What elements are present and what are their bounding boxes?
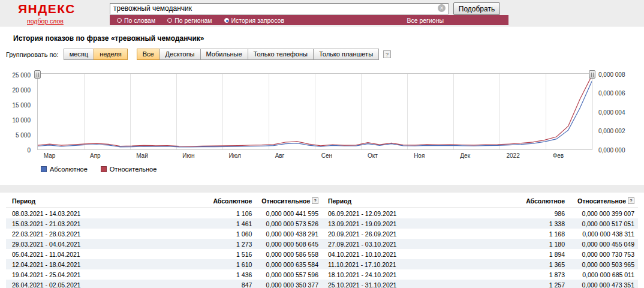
table-cell: 0,000 000 503 965 — [568, 259, 638, 269]
submit-button[interactable]: Подобрать — [453, 2, 500, 15]
table-cell: 26.04.2021 - 02.05.2021 — [6, 280, 195, 288]
table-cell: 0,000 000 635 584 — [255, 259, 322, 269]
help-icon[interactable]: ? — [628, 197, 634, 204]
table-cell: 0,000 000 517 051 — [568, 218, 638, 229]
radio-icon — [167, 18, 172, 23]
mode-by-words[interactable]: По словам — [117, 17, 155, 24]
tab-phones-only[interactable]: Только телефоны — [248, 49, 314, 60]
legend-item-absolute[interactable]: Абсолютное — [41, 166, 88, 173]
search-input[interactable] — [110, 3, 449, 14]
table-cell: 1 365 — [502, 259, 568, 269]
table-cell: 0,000 000 730 753 — [568, 249, 638, 259]
page: ЯНДЕКС подбор слов × Подобрать По словам… — [0, 0, 644, 288]
range-handle-right[interactable] — [589, 70, 595, 79]
x-tick-label: Ноя — [414, 152, 425, 159]
header-period: Период — [6, 195, 195, 208]
table-cell: 0,000 000 508 645 — [255, 239, 322, 249]
table-cell: 27.09.2021 - 03.10.2021 — [322, 239, 502, 249]
table-cell: 1 257 — [502, 280, 568, 288]
y-tick-label: 0,000 008 — [598, 71, 625, 77]
help-icon[interactable]: ? — [312, 197, 318, 204]
table-cell: 0,000 000 399 007 — [568, 208, 638, 219]
table-cell: 0,000 000 438 291 — [255, 229, 322, 239]
table-cell: 12.04.2021 - 18.04.2021 — [6, 259, 195, 269]
table-cell: 11.10.2021 - 17.10.2021 — [322, 259, 502, 269]
group-week-button[interactable]: неделя — [94, 49, 128, 60]
table-cell: 1 436 — [195, 269, 255, 280]
regions-selector[interactable]: Все регионы — [407, 17, 444, 24]
x-tick-label: Мар — [44, 152, 56, 159]
x-tick-label: Июл — [228, 152, 240, 159]
table-row: 08.03.2021 - 14.03.20211 1060,000 000 44… — [6, 208, 638, 219]
range-handle-left[interactable] — [34, 70, 41, 79]
header-absolute: Абсолютное — [195, 195, 255, 208]
table-cell: 0,000 000 438 311 — [568, 229, 638, 239]
x-tick-label: Авг — [275, 152, 285, 159]
history-table: Период Абсолютное Относительное? Период … — [6, 195, 638, 288]
legend-item-relative[interactable]: Относительное — [101, 166, 157, 173]
mode-label: По регионам — [174, 17, 212, 24]
table-header-row: Период Абсолютное Относительное? Период … — [6, 195, 638, 208]
mode-label: История запросов — [231, 17, 284, 24]
table-cell: 0,000 000 350 377 — [255, 280, 322, 288]
table-cell: 08.03.2021 - 14.03.2021 — [6, 208, 195, 219]
group-month-button[interactable]: месяц — [64, 49, 94, 60]
table-cell: 1 338 — [502, 218, 568, 229]
page-title: История показов по фразе «тревожный чемо… — [13, 34, 644, 43]
tab-all-devices[interactable]: Все — [137, 49, 160, 60]
tab-tablets-only[interactable]: Только планшеты — [313, 49, 379, 60]
mode-label: По словам — [124, 17, 155, 24]
y-tick-label: 0,000 002 — [598, 128, 625, 134]
table-cell: 20.09.2021 - 26.09.2021 — [322, 229, 502, 239]
tab-desktops[interactable]: Десктопы — [160, 49, 201, 60]
mode-by-regions[interactable]: По регионам — [167, 17, 212, 24]
legend-label: Абсолютное — [50, 166, 88, 173]
chart-controls: Группировать по: месяц неделя Все Дескто… — [6, 49, 644, 60]
table-cell: 0,000 000 473 351 — [568, 280, 638, 288]
history-table-body: 08.03.2021 - 14.03.20211 1060,000 000 44… — [6, 208, 638, 288]
table-cell: 15.03.2021 - 21.03.2021 — [6, 218, 195, 229]
table-cell: 18.10.2021 - 24.10.2021 — [322, 269, 502, 280]
table-row: 26.04.2021 - 02.05.20218470,000 000 350 … — [6, 280, 638, 288]
plot-area[interactable] — [37, 73, 592, 150]
table-cell: 29.03.2021 - 04.04.2021 — [6, 239, 195, 249]
y-tick-label: 0,000 004 — [598, 109, 625, 115]
mode-history[interactable]: История запросов — [224, 17, 284, 24]
legend-label: Относительное — [110, 166, 157, 173]
header-relative: Относительное? — [568, 195, 638, 208]
table-row: 29.03.2021 - 04.04.20211 2730,000 000 50… — [6, 239, 638, 249]
table-cell: 1 060 — [195, 229, 255, 239]
table-cell: 0,000 000 441 595 — [255, 208, 322, 219]
table-cell: 05.04.2021 - 11.04.2021 — [6, 249, 195, 259]
table-cell: 25.10.2021 - 31.10.2021 — [322, 280, 502, 288]
clear-search-icon[interactable]: × — [438, 4, 446, 12]
x-tick-label: Сен — [321, 152, 332, 159]
table-cell: 1 461 — [195, 218, 255, 229]
header-absolute: Абсолютное — [502, 195, 568, 208]
table-row: 19.04.2021 - 25.04.20211 4360,000 000 55… — [6, 269, 638, 280]
table-row: 05.04.2021 - 11.04.20211 5160,000 000 58… — [6, 249, 638, 259]
y-tick-label: 5 000 — [16, 131, 31, 138]
y-tick-label: 20 000 — [12, 86, 31, 93]
x-tick-label: Фев — [553, 152, 564, 159]
tab-mobile[interactable]: Мобильные — [200, 49, 248, 60]
table-cell: 986 — [502, 208, 568, 219]
table-cell: 0,000 000 586 558 — [255, 249, 322, 259]
history-chart: 05 00010 00015 00020 00025 000 0,000 000… — [5, 67, 639, 180]
x-tick-label: Окт — [368, 152, 378, 159]
legend-swatch — [101, 166, 107, 172]
x-tick-label: Май — [136, 152, 148, 159]
table-row: 15.03.2021 - 21.03.20211 4610,000 000 57… — [6, 218, 638, 229]
table-cell: 06.09.2021 - 12.09.2021 — [322, 208, 502, 219]
search-mode-bar: По словам По регионам История запросов В… — [110, 15, 508, 25]
table-cell: 13.09.2021 - 19.09.2021 — [322, 218, 502, 229]
yandex-logo[interactable]: ЯНДЕКС — [18, 2, 76, 16]
help-icon[interactable]: ? — [383, 50, 391, 58]
table-cell: 1 180 — [502, 239, 568, 249]
wordstat-link[interactable]: подбор слов — [27, 17, 64, 25]
search-box: × — [110, 2, 449, 14]
radio-icon — [117, 18, 122, 23]
table-row: 22.03.2021 - 28.03.20211 0600,000 000 43… — [6, 229, 638, 239]
table-cell: 1 516 — [195, 249, 255, 259]
legend-swatch — [41, 166, 47, 172]
